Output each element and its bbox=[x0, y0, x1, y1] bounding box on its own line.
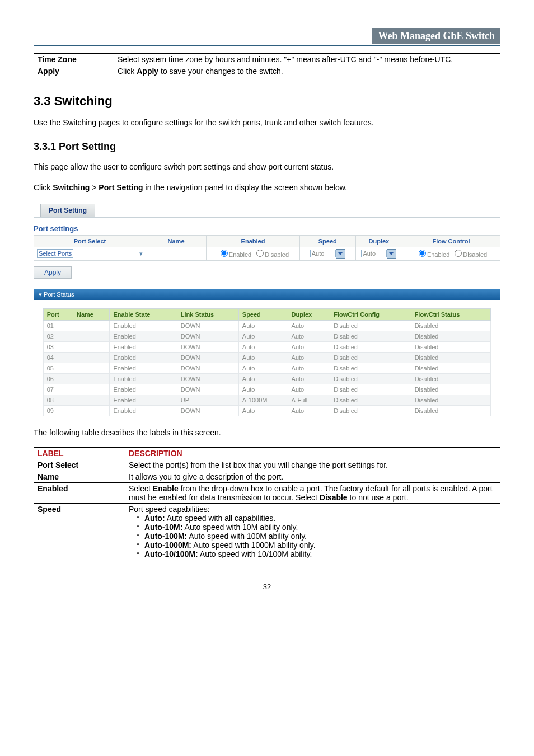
status-cell: Enabled bbox=[110, 406, 177, 416]
status-col: FlowCtrl Config bbox=[330, 309, 411, 321]
label-description-table: LABEL DESCRIPTION Port Select Select the… bbox=[34, 447, 500, 560]
section-heading: 3.3 Switching bbox=[34, 94, 500, 109]
list-item: Auto-1000M: Auto speed with 1000M abilit… bbox=[144, 541, 496, 550]
chevron-down-icon[interactable] bbox=[336, 249, 345, 259]
status-cell: 02 bbox=[43, 331, 73, 342]
port-status-table: PortNameEnable StateLink StatusSpeedDupl… bbox=[43, 308, 491, 416]
status-cell: 05 bbox=[43, 363, 73, 374]
status-cell: Auto bbox=[238, 321, 288, 331]
status-cell: Enabled bbox=[110, 384, 177, 395]
table-row: 07EnabledDOWNAutoAutoDisabledDisabled bbox=[43, 384, 491, 395]
status-cell: 03 bbox=[43, 342, 73, 353]
status-cell: Disabled bbox=[411, 353, 491, 363]
status-cell: Enabled bbox=[110, 363, 177, 374]
status-cell: DOWN bbox=[177, 331, 238, 342]
status-cell: Enabled bbox=[110, 321, 177, 331]
status-cell: Auto bbox=[288, 384, 330, 395]
status-col: Duplex bbox=[288, 309, 330, 321]
status-cell: 01 bbox=[43, 321, 73, 331]
tab-port-setting[interactable]: Port Setting bbox=[40, 204, 95, 217]
status-cell: Auto bbox=[238, 353, 288, 363]
status-cell: Disabled bbox=[411, 342, 491, 353]
status-cell: Disabled bbox=[330, 342, 411, 353]
table-row: 08EnabledUPA-1000MA-FullDisabledDisabled bbox=[43, 395, 491, 406]
enabled-radio-off[interactable] bbox=[256, 250, 264, 257]
page-header: Web Managed GbE Switch bbox=[34, 28, 500, 46]
status-col: Enable State bbox=[110, 309, 177, 321]
col-speed: Speed bbox=[299, 236, 355, 247]
status-cell: Disabled bbox=[330, 395, 411, 406]
select-ports-dropdown[interactable]: Select Ports ▾ bbox=[37, 249, 73, 258]
enabled-radio-on[interactable] bbox=[221, 250, 228, 257]
flow-radio-off[interactable] bbox=[455, 250, 462, 257]
subsection-p2: Click Switching > Port Setting in the na… bbox=[34, 181, 500, 194]
port-settings-grid: Port Select Name Enabled Speed Duplex Fl… bbox=[34, 235, 500, 261]
status-cell: Disabled bbox=[330, 363, 411, 374]
status-col: Speed bbox=[238, 309, 288, 321]
status-cell: Auto bbox=[288, 342, 330, 353]
status-col: Link Status bbox=[177, 309, 238, 321]
status-cell: Auto bbox=[288, 331, 330, 342]
status-cell: Enabled bbox=[110, 353, 177, 363]
name-input[interactable] bbox=[146, 247, 206, 261]
status-cell: Auto bbox=[288, 374, 330, 384]
status-cell: Disabled bbox=[330, 384, 411, 395]
enabled-radio-group[interactable]: Enabled Disabled bbox=[207, 247, 300, 261]
flow-radio-on[interactable] bbox=[419, 250, 426, 257]
status-cell: DOWN bbox=[177, 321, 238, 331]
col-flow: Flow Control bbox=[402, 236, 500, 247]
top-param-table: Time Zone Select system time zone by hou… bbox=[34, 53, 500, 77]
table-row: 01EnabledDOWNAutoAutoDisabledDisabled bbox=[43, 321, 491, 331]
status-cell: Disabled bbox=[411, 406, 491, 416]
status-cell: UP bbox=[177, 395, 238, 406]
status-cell bbox=[73, 406, 109, 416]
status-col: Name bbox=[73, 309, 109, 321]
status-cell: Disabled bbox=[411, 384, 491, 395]
duplex-dropdown[interactable]: Auto bbox=[361, 250, 387, 257]
page-number: 32 bbox=[34, 583, 500, 591]
status-cell: Enabled bbox=[110, 331, 177, 342]
list-item: Auto-100M: Auto speed with 100M ability … bbox=[144, 532, 496, 541]
status-cell: A-Full bbox=[288, 395, 330, 406]
table-row: 09EnabledDOWNAutoAutoDisabledDisabled bbox=[43, 406, 491, 416]
status-cell: Disabled bbox=[330, 331, 411, 342]
status-cell bbox=[73, 363, 109, 374]
status-cell bbox=[73, 321, 109, 331]
list-item: Auto: Auto speed with all capabilities. bbox=[144, 514, 496, 523]
status-cell: Disabled bbox=[411, 321, 491, 331]
chevron-down-icon[interactable] bbox=[387, 249, 396, 259]
row-label: Speed bbox=[34, 503, 125, 560]
col-description: DESCRIPTION bbox=[125, 447, 500, 459]
row-label: Port Select bbox=[34, 459, 125, 471]
table-row: 02EnabledDOWNAutoAutoDisabledDisabled bbox=[43, 331, 491, 342]
status-cell: DOWN bbox=[177, 406, 238, 416]
col-label: LABEL bbox=[34, 447, 125, 459]
status-cell: Enabled bbox=[110, 374, 177, 384]
col-enabled: Enabled bbox=[207, 236, 300, 247]
after-ui-text: The following table describes the labels… bbox=[34, 426, 500, 439]
status-cell: DOWN bbox=[177, 342, 238, 353]
port-status-bar[interactable]: ▾ Port Status bbox=[34, 289, 500, 300]
table-row: 04EnabledDOWNAutoAutoDisabledDisabled bbox=[43, 353, 491, 363]
list-item: Auto-10M: Auto speed with 10M ability on… bbox=[144, 523, 496, 532]
status-cell: Disabled bbox=[330, 374, 411, 384]
row-label: Enabled bbox=[34, 482, 125, 503]
status-cell: Disabled bbox=[330, 406, 411, 416]
status-cell bbox=[73, 374, 109, 384]
flow-radio-group[interactable]: Enabled Disabled bbox=[402, 247, 500, 261]
status-cell: Auto bbox=[238, 374, 288, 384]
status-cell: A-1000M bbox=[238, 395, 288, 406]
status-cell: Auto bbox=[238, 331, 288, 342]
port-settings-title: Port settings bbox=[34, 224, 500, 233]
subsection-p1: This page allow the user to configure sw… bbox=[34, 161, 500, 173]
status-cell: DOWN bbox=[177, 374, 238, 384]
status-cell: DOWN bbox=[177, 384, 238, 395]
status-cell bbox=[73, 331, 109, 342]
row-desc: Select the port(s) from the list box tha… bbox=[125, 459, 500, 471]
status-cell: Auto bbox=[288, 321, 330, 331]
status-cell: 07 bbox=[43, 384, 73, 395]
status-cell bbox=[73, 353, 109, 363]
status-cell: Auto bbox=[288, 353, 330, 363]
speed-dropdown[interactable]: Auto bbox=[310, 250, 336, 257]
apply-button[interactable]: Apply bbox=[34, 266, 72, 279]
